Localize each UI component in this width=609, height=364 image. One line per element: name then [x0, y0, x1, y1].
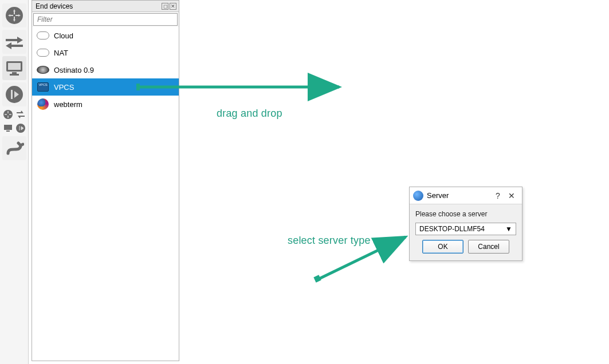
device-item-webterm[interactable]: webterm: [32, 96, 179, 113]
toolbar-link-button[interactable]: [2, 136, 26, 160]
toolbar-switches-button[interactable]: [2, 30, 26, 54]
device-label: Cloud: [54, 31, 73, 40]
mini-exchange-icon: [15, 109, 26, 120]
annotation-drag-label: drag and drop: [217, 108, 282, 120]
dialog-title: Server: [427, 191, 491, 200]
cancel-button[interactable]: Cancel: [468, 240, 509, 254]
svg-rect-4: [10, 74, 19, 76]
server-dialog: Server ? ✕ Please choose a server DESKTO…: [409, 187, 522, 261]
panel-float-icon[interactable]: ◻: [162, 3, 168, 10]
svg-rect-8: [4, 125, 12, 130]
device-label: NAT: [54, 49, 68, 57]
toolbar-mini-arrows-button[interactable]: [15, 109, 26, 120]
annotation-select-label: select server type: [288, 235, 371, 247]
device-label: Ostinato 0.9: [54, 66, 94, 74]
ok-button[interactable]: OK: [422, 240, 463, 254]
monitor-icon: [5, 60, 24, 77]
server-select[interactable]: DESKTOP-DLLMF54 ▼: [415, 223, 516, 235]
panel-header: End devices ◻ ✕: [32, 1, 179, 12]
toolbar-security-button[interactable]: [2, 82, 26, 106]
device-item-vpcs[interactable]: VPCS: [32, 78, 179, 96]
cloud-icon: [37, 30, 49, 41]
ostinato-icon: [37, 65, 49, 75]
device-item-nat[interactable]: NAT: [32, 44, 179, 61]
dialog-close-button[interactable]: ✕: [505, 191, 518, 200]
panel-title: End devices: [36, 2, 162, 10]
mini-monitor-icon: [3, 123, 13, 133]
device-label: VPCS: [54, 83, 74, 92]
switch-arrows-icon: [5, 34, 24, 49]
svg-rect-13: [313, 275, 321, 282]
firewall-step-icon: [5, 85, 24, 104]
device-list: Cloud NAT Ostinato 0.9 VPCS webterm: [32, 27, 179, 361]
dialog-prompt: Please choose a server: [415, 210, 516, 218]
gns3-app-icon: [413, 191, 423, 201]
end-devices-panel: End devices ◻ ✕ Cloud NAT Ostinato 0.9 V…: [32, 0, 179, 361]
router-hub-icon: [5, 6, 24, 25]
svg-rect-6: [11, 90, 13, 99]
toolbar-mini-row: [2, 109, 26, 120]
chevron-down-icon: ▼: [505, 225, 512, 233]
dialog-help-button[interactable]: ?: [491, 191, 505, 200]
cable-s-icon: [5, 140, 24, 157]
server-select-value: DESKTOP-DLLMF54: [419, 225, 485, 233]
svg-rect-3: [12, 72, 17, 74]
device-label: webterm: [54, 100, 82, 109]
mini-step-icon: [15, 123, 26, 133]
svg-rect-2: [8, 63, 21, 70]
dialog-titlebar: Server ? ✕: [410, 187, 522, 204]
firefox-icon: [37, 99, 49, 109]
toolbar-mini-row-2: [2, 122, 26, 134]
toolbar-end-devices-button[interactable]: [2, 56, 26, 80]
panel-close-icon[interactable]: ✕: [170, 3, 176, 10]
toolbar-mini-hub-button[interactable]: [2, 109, 14, 120]
device-item-cloud[interactable]: Cloud: [32, 27, 179, 44]
svg-rect-9: [6, 130, 10, 132]
mini-hub-icon: [3, 109, 13, 120]
device-item-ostinato[interactable]: Ostinato 0.9: [32, 61, 179, 78]
vpcs-icon: [37, 82, 49, 92]
toolbar-mini-monitor-button[interactable]: [2, 122, 14, 134]
toolbar-mini-step-button[interactable]: [15, 122, 26, 134]
left-toolbar: [0, 0, 29, 364]
filter-input[interactable]: [33, 13, 178, 26]
cloud-icon: [37, 48, 49, 58]
toolbar-routers-button[interactable]: [2, 3, 26, 27]
